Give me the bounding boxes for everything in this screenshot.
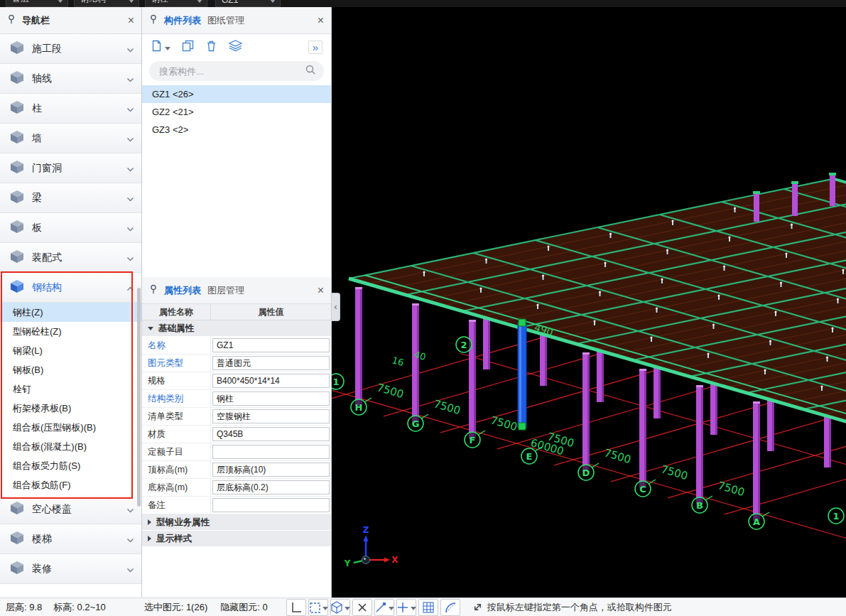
- property-value-input[interactable]: [212, 498, 330, 512]
- search-input[interactable]: [158, 65, 301, 77]
- sidebar-group-decoration[interactable]: 装修: [0, 554, 141, 584]
- property-value-input[interactable]: 层底标高(0.2): [212, 480, 330, 495]
- ortho-mode-button[interactable]: [286, 599, 306, 616]
- svg-text:7500: 7500: [717, 479, 747, 499]
- pick-corner-icon: [472, 602, 483, 612]
- floor-select[interactable]: 首层: [6, 0, 68, 7]
- arc-draw-button[interactable]: [440, 599, 460, 616]
- chevron-down-icon: [126, 132, 134, 145]
- property-value-cell: [211, 497, 331, 514]
- navigation-panel: 导航栏 × 施工段轴线柱墙门窗洞梁板装配式钢结构钢柱(Z)型钢砼柱(Z)钢梁(L…: [0, 7, 142, 598]
- search-icon[interactable]: [305, 65, 315, 77]
- sidebar-group-stairs[interactable]: 楼梯: [0, 524, 141, 554]
- tab-layer-management[interactable]: 图层管理: [207, 284, 244, 297]
- svg-text:F: F: [470, 435, 476, 445]
- property-value-input[interactable]: GZ1: [212, 338, 330, 352]
- sidebar-group-label: 装配式: [32, 252, 119, 264]
- panel-collapse-handle[interactable]: ‹: [332, 293, 340, 321]
- cancel-button[interactable]: [352, 599, 372, 616]
- property-value-input[interactable]: [212, 445, 330, 459]
- type-select[interactable]: 钢柱: [145, 0, 207, 7]
- sidebar-item-steel-sub-9[interactable]: 组合板负筋(F): [0, 475, 141, 495]
- sidebar-group-steel-structure[interactable]: 钢结构: [0, 273, 141, 303]
- sidebar-group-beam[interactable]: 梁: [0, 183, 141, 213]
- copy-component-icon: [182, 40, 194, 55]
- property-panel: 属性列表 图层管理 × 属性名称 属性值 基础属性名称GZ1图元类型普通图元规格…: [142, 277, 332, 598]
- copy-to-layers-button[interactable]: [229, 40, 242, 55]
- sidebar-group-label: 轴线: [32, 72, 119, 85]
- grip-top: [519, 319, 526, 326]
- component-list-item[interactable]: GZ2 <21>: [142, 103, 331, 121]
- copy-component-button[interactable]: [182, 40, 194, 55]
- svg-text:E: E: [526, 451, 533, 462]
- grid-view-button[interactable]: [418, 599, 438, 616]
- pin-icon[interactable]: [7, 14, 16, 27]
- status-item-3: 隐藏图元: 0: [220, 601, 267, 614]
- property-name: 底标高(m): [142, 479, 211, 496]
- sidebar-item-steel-sub-7[interactable]: 组合板(混凝土)(B): [0, 437, 141, 456]
- status-item-2: 选中图元: 1(26): [144, 601, 208, 614]
- component-list: GZ1 <26>GZ2 <21>GZ3 <2>: [142, 85, 331, 139]
- sidebar-group-slab[interactable]: 板: [0, 213, 141, 243]
- chevron-down-icon: [126, 72, 134, 85]
- sidebar-item-steel-sub-6[interactable]: 组合板(压型钢板)(B): [0, 418, 141, 437]
- status-tool-buttons: [286, 599, 462, 616]
- property-value-input[interactable]: 普通图元: [212, 356, 330, 370]
- status-item-1: 标高: 0.2~10: [53, 601, 105, 614]
- property-name: 材质: [142, 426, 211, 443]
- sidebar-group-prefabricated[interactable]: 装配式: [0, 243, 141, 273]
- component-select[interactable]: GZ1: [215, 0, 281, 7]
- component-list-item[interactable]: GZ3 <2>: [142, 121, 331, 139]
- sidebar-group-wall[interactable]: 墙: [0, 124, 141, 153]
- property-value-input[interactable]: 空腹钢柱: [212, 409, 330, 423]
- sidebar-item-steel-sub-1[interactable]: 型钢砼柱(Z): [0, 322, 141, 341]
- property-section-2[interactable]: 显示样式: [142, 531, 331, 547]
- sidebar-group-label: 柱: [32, 102, 119, 115]
- category-select[interactable]: 钢结构: [74, 0, 139, 7]
- tab-component-list[interactable]: 构件列表: [164, 14, 201, 27]
- sidebar-group-column[interactable]: 柱: [0, 94, 141, 124]
- sidebar-item-steel-sub-4[interactable]: 栓钉: [0, 379, 141, 399]
- more-tools-button[interactable]: »: [308, 40, 322, 54]
- delete-component-button[interactable]: [205, 40, 217, 55]
- sidebar-item-steel-sub-5[interactable]: 桁架楼承板(B): [0, 399, 141, 418]
- sidebar-group-hollow-floor[interactable]: 空心楼盖: [0, 495, 141, 524]
- tab-property-list[interactable]: 属性列表: [164, 284, 201, 297]
- pin-icon[interactable]: [149, 284, 158, 297]
- component-toolbar: »: [142, 34, 331, 60]
- line-draw-button[interactable]: [374, 599, 394, 616]
- selection-box-button[interactable]: [308, 599, 328, 616]
- close-icon[interactable]: ×: [318, 285, 324, 296]
- nav-scrollbar[interactable]: [137, 288, 141, 507]
- sidebar-item-steel-sub-8[interactable]: 组合板受力筋(S): [0, 456, 141, 475]
- close-icon[interactable]: ×: [128, 15, 134, 26]
- property-section-1[interactable]: 型钢业务属性: [142, 514, 331, 531]
- sidebar-group-label: 门窗洞: [32, 162, 119, 175]
- property-name: 结构类别: [142, 390, 211, 407]
- coordinate-input-button[interactable]: [396, 599, 416, 616]
- component-select-label: GZ1: [222, 0, 238, 5]
- property-row: 清单类型空腹钢柱: [142, 408, 331, 426]
- property-value-input[interactable]: 钢柱: [212, 391, 330, 406]
- sidebar-group-axis-line[interactable]: 轴线: [0, 64, 141, 94]
- view-cube-button[interactable]: [330, 599, 350, 616]
- sidebar-group-construction-segment[interactable]: 施工段: [0, 34, 141, 64]
- sidebar-item-steel-sub-3[interactable]: 钢板(B): [0, 360, 141, 379]
- svg-text:2: 2: [460, 340, 467, 350]
- sidebar-item-steel-sub-2[interactable]: 钢梁(L): [0, 341, 141, 360]
- sidebar-item-steel-column[interactable]: 钢柱(Z): [0, 303, 141, 322]
- sidebar-group-door-window-opening[interactable]: 门窗洞: [0, 153, 141, 183]
- wall-icon: [9, 130, 25, 147]
- selected-column-gz1[interactable]: [518, 319, 526, 430]
- property-value-input[interactable]: 层顶标高(10): [212, 463, 330, 477]
- property-section-0[interactable]: 基础属性: [142, 320, 331, 337]
- viewport-3d[interactable]: HGFEDCBA12175007500750075007500750075006…: [332, 7, 846, 598]
- pin-icon[interactable]: [149, 14, 158, 27]
- property-value-input[interactable]: Q345B: [212, 427, 330, 441]
- close-icon[interactable]: ×: [318, 15, 324, 26]
- property-value-input[interactable]: B400*450*14*14: [212, 374, 330, 388]
- tab-drawing-management[interactable]: 图纸管理: [207, 14, 244, 27]
- new-component-button[interactable]: [151, 40, 170, 55]
- top-toolbar: 首层钢结构钢柱GZ1: [0, 0, 846, 7]
- component-list-item[interactable]: GZ1 <26>: [142, 85, 331, 103]
